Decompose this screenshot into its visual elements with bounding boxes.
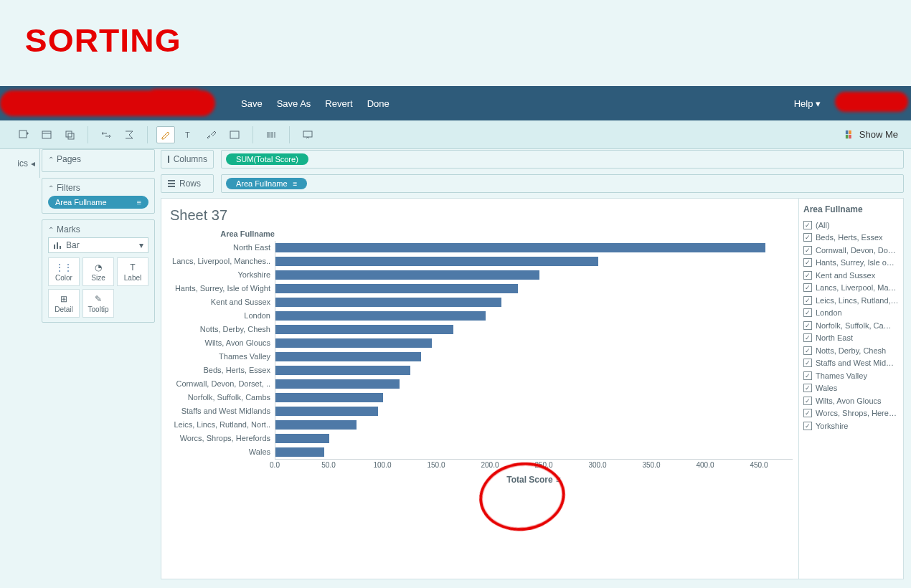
filters-card[interactable]: ⌃Filters Area Fullname ≡ xyxy=(42,178,155,214)
bar-row[interactable] xyxy=(275,445,793,459)
mark-size[interactable]: ◔Size xyxy=(82,257,114,286)
filter-checkbox-row[interactable]: North East xyxy=(803,332,899,345)
checkbox-checked-icon[interactable] xyxy=(803,321,812,330)
bar-row[interactable] xyxy=(275,364,793,377)
filter-checkbox-row[interactable]: Thames Valley xyxy=(803,369,899,382)
checkbox-checked-icon[interactable] xyxy=(803,221,812,229)
bar-row[interactable] xyxy=(275,432,793,445)
checkbox-checked-icon[interactable] xyxy=(803,308,812,317)
bar[interactable] xyxy=(275,434,329,443)
tb-duplicate-icon[interactable] xyxy=(60,126,79,143)
bar-row[interactable] xyxy=(275,391,793,404)
filter-checkbox-row[interactable]: Hants, Surrey, Isle o… xyxy=(803,257,899,270)
checkbox-checked-icon[interactable] xyxy=(803,371,812,380)
filter-checkbox-row[interactable]: Kent and Sussex xyxy=(803,269,899,282)
bar[interactable] xyxy=(275,352,421,361)
checkbox-checked-icon[interactable] xyxy=(803,283,812,292)
rows-shelf[interactable]: Area Fullname ≡ xyxy=(221,174,904,193)
tb-presentation-icon[interactable] xyxy=(298,126,317,143)
bar[interactable] xyxy=(275,407,378,416)
filter-checkbox-row[interactable]: Leics, Lincs, Rutland,… xyxy=(803,294,899,307)
menu-saveas[interactable]: Save As xyxy=(277,98,311,109)
bar-row[interactable] xyxy=(275,377,793,391)
tb-swap-icon[interactable] xyxy=(97,126,115,143)
bar-row[interactable] xyxy=(275,418,793,432)
filter-checkbox-row[interactable]: Staffs and West Mid… xyxy=(803,357,899,370)
bar-row[interactable] xyxy=(275,241,793,255)
bar[interactable] xyxy=(275,243,765,252)
filter-checkbox-row[interactable]: Norfolk, Suffolk, Ca… xyxy=(803,319,899,332)
marks-type-select[interactable]: Bar ▾ xyxy=(48,237,148,253)
tb-annotate-icon[interactable] xyxy=(202,126,221,143)
bar-row[interactable] xyxy=(275,268,793,282)
bar[interactable] xyxy=(275,447,324,457)
filter-checkbox-row[interactable]: Cornwall, Devon, Do… xyxy=(803,244,899,257)
checkbox-checked-icon[interactable] xyxy=(803,384,812,392)
bar-row[interactable] xyxy=(275,404,793,418)
bar[interactable] xyxy=(275,420,357,430)
filter-checkbox-row[interactable]: Worcs, Shrops, Here… xyxy=(803,407,899,420)
bar[interactable] xyxy=(275,366,410,375)
filter-checkbox-row[interactable]: Beds, Herts, Essex xyxy=(803,232,899,245)
bar[interactable] xyxy=(275,379,400,389)
bar-row[interactable] xyxy=(275,350,793,364)
bar-row[interactable] xyxy=(275,336,793,350)
checkbox-checked-icon[interactable] xyxy=(803,246,812,255)
bar-row[interactable] xyxy=(275,282,793,295)
checkbox-checked-icon[interactable] xyxy=(803,333,812,342)
checkbox-checked-icon[interactable] xyxy=(803,346,812,355)
tb-highlight-icon[interactable] xyxy=(156,126,175,143)
checkbox-checked-icon[interactable] xyxy=(803,409,812,417)
pages-card[interactable]: ⌃Pages xyxy=(42,149,155,172)
tb-fit-icon[interactable] xyxy=(262,126,280,143)
bar-row[interactable] xyxy=(275,323,793,336)
bars-area[interactable] xyxy=(275,241,793,459)
filter-checkbox-row[interactable]: Wilts, Avon Gloucs xyxy=(803,394,899,407)
filter-pill-area-fullname[interactable]: Area Fullname ≡ xyxy=(48,196,148,209)
bar-row[interactable] xyxy=(275,255,793,268)
filter-checkbox-row[interactable]: Wales xyxy=(803,382,899,395)
tb-totals-icon[interactable] xyxy=(120,126,138,143)
mark-detail[interactable]: ⊞Detail xyxy=(48,289,80,318)
checkbox-checked-icon[interactable] xyxy=(803,359,812,367)
bar[interactable] xyxy=(275,270,539,280)
menu-revert[interactable]: Revert xyxy=(325,98,352,109)
bar-row[interactable] xyxy=(275,295,793,309)
side-data-pane-collapsed[interactable]: ics ◂ xyxy=(0,149,40,178)
mark-label[interactable]: TLabel xyxy=(117,257,148,286)
filter-checkbox-row[interactable]: Lancs, Liverpool, Ma… xyxy=(803,282,899,295)
menu-help[interactable]: Help ▾ xyxy=(794,98,821,109)
bar[interactable] xyxy=(275,257,598,266)
sheet-title[interactable]: Sheet 37 xyxy=(170,207,793,224)
checkbox-checked-icon[interactable] xyxy=(803,397,812,405)
bar[interactable] xyxy=(275,298,501,307)
columns-shelf[interactable]: SUM(Total Score) xyxy=(221,150,904,169)
filter-checkbox-row[interactable]: London xyxy=(803,307,899,320)
mark-tooltip[interactable]: ✎Tooltip xyxy=(82,289,114,318)
bar[interactable] xyxy=(275,338,432,348)
tb-new-datasource-icon[interactable] xyxy=(14,126,33,143)
checkbox-checked-icon[interactable] xyxy=(803,296,812,305)
bar[interactable] xyxy=(275,284,518,293)
menu-done[interactable]: Done xyxy=(367,98,390,109)
bar[interactable] xyxy=(275,325,453,334)
filter-checkbox-row[interactable]: Yorkshire xyxy=(803,419,899,432)
tb-borders-icon[interactable] xyxy=(225,126,244,143)
tb-new-sheet-icon[interactable] xyxy=(37,126,56,143)
columns-pill-sum-total-score[interactable]: SUM(Total Score) xyxy=(226,153,308,165)
mark-color[interactable]: ⋮⋮Color xyxy=(48,257,80,286)
checkbox-checked-icon[interactable] xyxy=(803,271,812,280)
bar-row[interactable] xyxy=(275,309,793,323)
show-me-button[interactable]: Show Me xyxy=(845,129,898,140)
x-axis[interactable]: 0.050.0100.0150.0200.0250.0300.0350.0400… xyxy=(275,459,793,496)
menu-save[interactable]: Save xyxy=(241,98,263,109)
checkbox-checked-icon[interactable] xyxy=(803,233,812,242)
tb-text-icon[interactable]: T xyxy=(179,126,198,143)
rows-pill-area-fullname[interactable]: Area Fullname ≡ xyxy=(226,178,307,189)
checkbox-checked-icon[interactable] xyxy=(803,422,812,430)
filter-checkbox-row[interactable]: (All) xyxy=(803,219,899,232)
bar[interactable] xyxy=(275,393,383,402)
checkbox-checked-icon[interactable] xyxy=(803,258,812,267)
filter-checkbox-row[interactable]: Notts, Derby, Chesh xyxy=(803,344,899,357)
bar[interactable] xyxy=(275,311,486,321)
